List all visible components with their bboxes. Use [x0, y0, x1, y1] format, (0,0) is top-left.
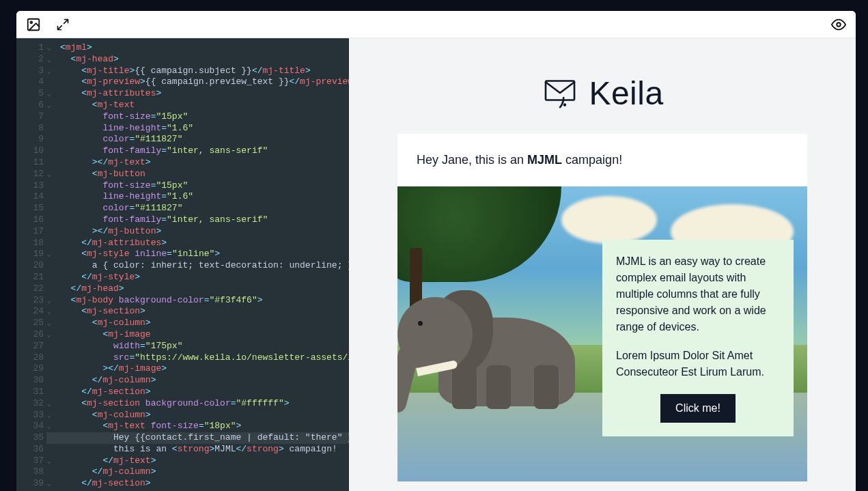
brand-name: Keila	[589, 74, 663, 112]
preview-toggle-button[interactable]	[828, 14, 849, 35]
hero-section: MJML is an easy way to create complex em…	[397, 186, 807, 481]
logo-row: Keila	[397, 55, 807, 134]
line-number-gutter: 1234567891011121314151617181920212223242…	[16, 38, 46, 491]
svg-rect-3	[546, 81, 574, 100]
editor-panel: 1234567891011121314151617181920212223242…	[16, 11, 856, 491]
brand-logo-icon	[541, 74, 579, 112]
greeting-card: Hey Jane, this is an MJML campaign!	[397, 134, 807, 186]
eye-icon	[831, 17, 846, 32]
callout-paragraph-1: MJML is an easy way to create complex em…	[616, 253, 780, 335]
svg-point-2	[837, 23, 841, 27]
toolbar	[16, 11, 856, 38]
image-icon	[26, 17, 41, 32]
callout-paragraph-2: Lorem Ipsum Dolor Sit Amet Consecuteor E…	[616, 348, 780, 380]
cta-button[interactable]: Click me!	[660, 394, 736, 423]
svg-point-1	[30, 21, 32, 23]
code-editor[interactable]: 1234567891011121314151617181920212223242…	[16, 38, 349, 491]
expand-button[interactable]	[53, 15, 72, 34]
expand-icon	[56, 18, 70, 31]
code-area[interactable]: <mjml> <mj-head> <mj-title>{{ campaign.s…	[46, 38, 349, 491]
image-button[interactable]	[23, 14, 44, 35]
callout-box: MJML is an easy way to create complex em…	[602, 240, 794, 436]
greeting-text: Hey Jane, this is an MJML campaign!	[417, 153, 788, 167]
svg-point-4	[563, 103, 566, 106]
email-preview: Keila Hey Jane, this is an MJML campaign…	[349, 38, 856, 491]
